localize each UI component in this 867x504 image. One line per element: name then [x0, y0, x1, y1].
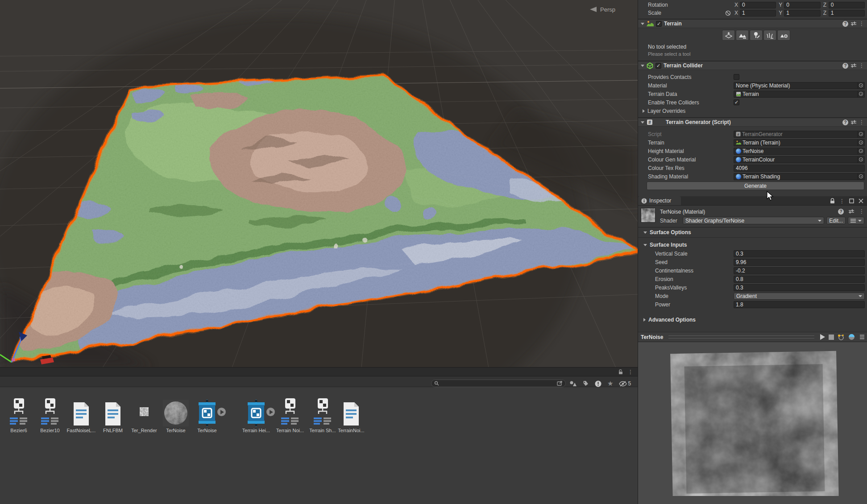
asset-item[interactable]: FastNoiseL... — [64, 397, 98, 433]
object-picker-icon[interactable] — [858, 91, 864, 97]
enable-tree-colliders-checkbox[interactable]: ✓ — [734, 99, 739, 105]
asset-item[interactable]: Terrain Hei... — [239, 397, 273, 433]
surface-options-section[interactable]: Surface Options — [638, 227, 867, 238]
erosion-field[interactable]: 0.8 — [734, 276, 865, 283]
colour-tex-res-field[interactable]: 4096 — [734, 165, 865, 172]
terrain-generator-header[interactable]: # Terrain Generator (Script) ? ⋮ — [638, 118, 867, 127]
maximize-icon[interactable] — [849, 198, 854, 203]
seed-field[interactable]: 9.96 — [734, 259, 865, 266]
object-picker-icon[interactable] — [858, 140, 864, 146]
foldout-icon[interactable] — [643, 109, 645, 113]
shader-edit-button[interactable]: Edit... — [826, 217, 846, 224]
animated-preview-icon[interactable] — [838, 334, 845, 340]
rotation-y-field[interactable]: 0 — [784, 2, 820, 8]
shader-dropdown[interactable]: Shader Graphs/TerNoise — [683, 217, 824, 224]
help-icon[interactable]: ? — [842, 63, 848, 69]
create-neighbor-terrains-tool-button[interactable] — [722, 30, 735, 41]
project-search-input[interactable] — [431, 380, 566, 387]
physic-material-object-field[interactable]: None (Physic Material) — [734, 82, 865, 89]
foldout-icon[interactable] — [643, 318, 646, 322]
paint-details-tool-button[interactable] — [763, 30, 776, 41]
scene-view[interactable]: Persp — [0, 0, 638, 367]
material-preview-bar[interactable]: TerNoise — [638, 332, 867, 342]
continentalness-field[interactable]: -0.2 — [734, 267, 865, 274]
object-picker-icon[interactable] — [858, 157, 864, 163]
open-search-window-icon[interactable] — [557, 381, 563, 386]
foldout-icon[interactable] — [641, 121, 644, 124]
paint-trees-tool-button[interactable] — [750, 30, 763, 41]
presets-icon[interactable] — [850, 21, 857, 26]
object-picker-icon[interactable] — [858, 83, 864, 89]
project-menu-kebab-icon[interactable]: ⋮ — [628, 369, 633, 375]
provides-contacts-checkbox[interactable]: ✓ — [734, 74, 739, 80]
surface-inputs-section[interactable]: Surface Inputs — [638, 240, 867, 249]
foldout-icon[interactable] — [641, 23, 644, 25]
asset-item[interactable]: TerNoise — [190, 397, 224, 433]
terrain-enabled-checkbox[interactable]: ✓ — [656, 21, 662, 27]
scale-y-field[interactable]: 1 — [784, 10, 820, 17]
material-menu-kebab-icon[interactable]: ⋮ — [859, 209, 864, 214]
mode-dropdown[interactable]: Gradient — [734, 293, 865, 300]
rotation-z-field[interactable]: 0 — [829, 2, 865, 8]
advanced-options-section[interactable]: Advanced Options — [638, 314, 867, 325]
shader-list-button[interactable] — [848, 217, 864, 224]
foldout-icon[interactable] — [643, 244, 647, 246]
help-icon[interactable]: ? — [838, 209, 844, 215]
preview-drag-handle[interactable] — [668, 335, 814, 339]
collider-enabled-checkbox[interactable]: ✓ — [655, 63, 661, 69]
terrain-settings-tool-button[interactable] — [777, 30, 790, 41]
paint-terrain-tool-button[interactable] — [736, 30, 749, 41]
presets-icon[interactable] — [850, 63, 857, 68]
rotation-x-field[interactable]: 0 — [740, 2, 776, 8]
foldout-icon[interactable] — [643, 231, 647, 234]
console-warning-icon[interactable] — [595, 380, 602, 387]
scale-z-field[interactable]: 1 — [829, 10, 865, 17]
help-icon[interactable]: ? — [842, 120, 848, 125]
tab-menu-kebab-icon[interactable]: ⋮ — [839, 198, 845, 204]
presets-icon[interactable] — [848, 209, 855, 214]
stop-icon[interactable] — [829, 335, 834, 340]
unlock-icon[interactable] — [618, 369, 623, 375]
asset-item[interactable]: Terrain Noi... — [273, 397, 307, 433]
scale-x-field[interactable]: 1 — [740, 10, 776, 17]
object-picker-icon[interactable] — [858, 148, 864, 154]
presets-icon[interactable] — [850, 120, 857, 125]
layer-overrides-row[interactable]: Layer Overrides — [638, 107, 867, 115]
terrain-collider-header[interactable]: ✓ Terrain Collider ? ⋮ — [638, 61, 867, 70]
link-scale-icon[interactable] — [724, 10, 732, 16]
asset-item[interactable]: TerrainNoi... — [334, 397, 368, 433]
terrain-data-object-field[interactable]: Terrain — [734, 91, 865, 98]
component-menu-kebab-icon[interactable]: ⋮ — [859, 120, 864, 125]
foldout-icon[interactable] — [641, 65, 644, 67]
help-icon[interactable]: ? — [842, 21, 848, 27]
shading-material-object-field[interactable]: Terrain Shading — [734, 173, 865, 180]
generate-button[interactable]: Generate — [647, 182, 864, 190]
asset-item[interactable]: Bezier10 — [33, 397, 67, 433]
preview-list-icon[interactable] — [860, 335, 864, 339]
close-icon[interactable] — [859, 198, 863, 203]
hidden-count[interactable]: 5 — [619, 380, 631, 387]
peaksvalleys-field[interactable]: 0.3 — [734, 284, 865, 291]
vertical-scale-field[interactable]: 0.3 — [734, 250, 865, 257]
terrain-object-field[interactable]: Terrain (Terrain) — [734, 139, 865, 146]
shadergraph-play-badge[interactable] — [217, 408, 226, 416]
inspector-tab[interactable]: Inspector — [638, 196, 681, 205]
component-menu-kebab-icon[interactable]: ⋮ — [859, 21, 864, 26]
search-by-label-icon[interactable] — [582, 380, 589, 387]
height-material-object-field[interactable]: TerNoise — [734, 148, 865, 155]
asset-item[interactable]: TerNoise — [159, 397, 193, 433]
favorites-star-icon[interactable]: ★ — [607, 380, 613, 388]
asset-item[interactable]: Bezier6 — [2, 397, 36, 433]
power-field[interactable]: 1.8 — [734, 301, 865, 308]
search-by-type-icon[interactable] — [569, 380, 577, 387]
play-icon[interactable] — [820, 334, 825, 340]
object-picker-icon[interactable] — [858, 174, 864, 180]
material-preview-thumbnail[interactable] — [641, 208, 655, 223]
asset-item[interactable]: FNLFBM — [96, 397, 130, 433]
component-menu-kebab-icon[interactable]: ⋮ — [859, 63, 864, 68]
colour-gen-object-field[interactable]: TerrainColour — [734, 156, 865, 163]
preview-mesh-dropdown[interactable] — [848, 334, 856, 340]
terrain-component-header[interactable]: ✓ Terrain ? ⋮ — [638, 19, 867, 28]
material-preview-area[interactable] — [638, 342, 867, 504]
asset-item[interactable]: Ter_Render — [127, 397, 161, 433]
